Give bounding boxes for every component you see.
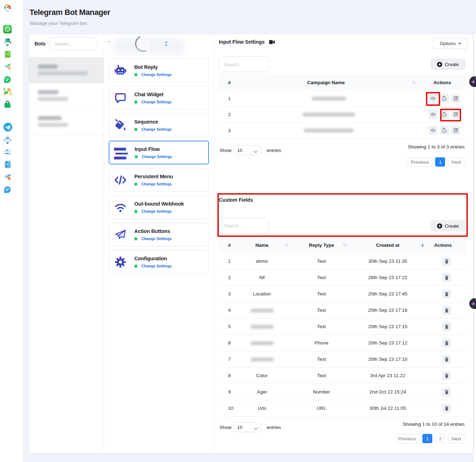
col-header-num[interactable]: # — [219, 80, 233, 85]
view-campaign-button[interactable] — [428, 94, 438, 103]
edit-pencil-square-icon — [453, 127, 459, 133]
bot-list-item[interactable] — [29, 83, 104, 109]
telegram-icon[interactable] — [3, 123, 12, 132]
edit-campaign-button[interactable] — [451, 94, 460, 103]
paper-plane-badge-blue-icon[interactable]: 1 — [3, 173, 12, 181]
module-card-input-flow[interactable]: Input Flow Change Settings — [109, 141, 209, 164]
delete-field-button[interactable] — [442, 257, 451, 266]
field-reply-type: Text — [288, 308, 355, 313]
flow-next-page-button[interactable]: Next — [448, 157, 465, 167]
module-card-outbound-webhook[interactable]: Out-bound Webhook Change Settings — [109, 195, 209, 219]
change-settings-link[interactable]: Change Settings — [141, 72, 172, 77]
sequence-icon — [113, 118, 128, 132]
change-settings-link[interactable]: Change Settings — [141, 127, 172, 131]
delete-field-button[interactable] — [442, 387, 451, 397]
input-flow-table-header: # Campaign Name Actions — [219, 74, 466, 91]
module-title: Persistent Menu — [134, 174, 173, 179]
options-button[interactable]: Options — [433, 38, 467, 49]
col-header-reply-type[interactable]: Reply Type — [288, 243, 355, 248]
export-campaign-button[interactable] — [440, 94, 449, 103]
custom-fields-page-size-select[interactable]: 10 — [233, 422, 261, 432]
custom-field-row: 5 Text 20th Sep 23 17:15 — [219, 319, 466, 335]
bot-name-blurred — [38, 90, 58, 94]
delete-field-button[interactable] — [442, 355, 451, 364]
field-name: Ager — [257, 389, 267, 395]
robot-blue-icon[interactable] — [3, 135, 12, 144]
delete-field-button[interactable] — [442, 338, 451, 348]
custom-fields-next-page-button[interactable]: Next — [448, 434, 465, 443]
export-campaign-button[interactable] — [440, 126, 449, 135]
delete-field-button[interactable] — [442, 322, 451, 331]
delete-field-button[interactable] — [442, 404, 451, 413]
module-card-sequence[interactable]: Sequence Change Settings — [109, 113, 209, 137]
section-title-custom-fields: Custom Fields — [219, 197, 466, 203]
module-card-action-buttons[interactable]: Action Buttons Change Settings — [109, 223, 209, 246]
flow-page-1-button[interactable]: 1 — [435, 157, 445, 167]
col-header-created-at[interactable]: Created at — [355, 243, 420, 248]
contact-book-blue-icon[interactable] — [3, 160, 12, 169]
edit-campaign-button[interactable] — [451, 110, 460, 119]
field-name: Color — [256, 373, 267, 378]
edit-pencil-square-icon — [453, 112, 459, 117]
scrollbar-track[interactable] — [474, 34, 476, 462]
bot-username-blurred — [38, 123, 68, 127]
chat-bubble-green-icon[interactable] — [3, 75, 12, 84]
bot-list-item-selected[interactable] — [29, 57, 104, 83]
chat-bubble-blue-icon[interactable] — [3, 185, 12, 194]
view-campaign-button[interactable] — [428, 126, 438, 135]
col-header-num[interactable]: # — [219, 243, 236, 248]
puzzle-hands-icon[interactable] — [3, 87, 12, 96]
edit-campaign-button[interactable] — [451, 126, 460, 135]
change-settings-link[interactable]: Change Settings — [141, 182, 172, 186]
trash-icon — [444, 259, 449, 264]
field-name: demo — [256, 259, 268, 264]
dashboard-speedometer-icon[interactable] — [3, 4, 12, 12]
module-card-configuration[interactable]: Configuration Change Settings — [109, 250, 209, 274]
custom-fields-page-2-button[interactable]: 2 — [435, 434, 445, 443]
delete-field-button[interactable] — [442, 289, 451, 299]
flow-search-input[interactable] — [219, 56, 269, 72]
row-number: 6 — [219, 340, 236, 346]
module-card-chat-widget[interactable]: Chat Widget Change Settings — [109, 86, 209, 110]
delete-field-button[interactable] — [442, 306, 451, 315]
flow-create-button[interactable]: Create — [430, 59, 466, 70]
bot-list-item[interactable] — [29, 109, 104, 135]
custom-fields-search-input[interactable] — [219, 218, 269, 234]
trash-icon — [444, 341, 449, 346]
file-export-icon — [442, 127, 447, 133]
custom-fields-page-1-button[interactable]: 1 — [422, 434, 432, 443]
custom-fields-previous-page-button[interactable]: Previous — [395, 434, 420, 443]
paper-plane-badge-green-icon[interactable]: 1 — [3, 62, 12, 71]
bots-panel: Bots — [29, 34, 104, 453]
robot-green-icon[interactable] — [3, 38, 12, 46]
change-settings-link[interactable]: Change Settings — [142, 154, 172, 159]
module-card-bot-reply[interactable]: Bot Reply Change Settings — [109, 59, 209, 82]
change-settings-link[interactable]: Change Settings — [141, 237, 172, 241]
contact-book-green-icon[interactable] — [3, 50, 12, 59]
bots-search-input[interactable] — [49, 37, 98, 50]
edit-pencil-square-icon — [453, 96, 459, 101]
custom-fields-create-button[interactable]: Create — [430, 220, 466, 232]
delete-field-button[interactable] — [442, 371, 451, 380]
module-title: Input Flow — [135, 146, 172, 152]
group-users-blue-icon[interactable] — [3, 148, 12, 156]
export-campaign-button[interactable] — [440, 110, 449, 119]
change-settings-link[interactable]: Change Settings — [141, 100, 172, 104]
module-title: Action Buttons — [134, 228, 172, 234]
module-card-persistent-menu[interactable]: Persistent Menu Change Settings — [109, 168, 209, 192]
col-header-name[interactable]: Name — [236, 243, 288, 248]
field-name-cell: Color — [236, 373, 288, 378]
field-created-at: 30th Sep 23 11:35 — [355, 259, 420, 264]
field-name-cell: Urls — [236, 406, 288, 411]
shopping-bag-icon[interactable] — [3, 100, 12, 108]
col-header-campaign-name[interactable]: Campaign Name — [233, 80, 419, 85]
view-campaign-button[interactable] — [428, 110, 438, 119]
section-title-input-flow-settings: Input Flow Settings — [219, 39, 275, 45]
field-name-cell: Ager — [236, 389, 288, 395]
change-settings-link[interactable]: Change Settings — [141, 264, 172, 268]
flow-page-size-select[interactable]: 10 — [233, 145, 261, 155]
flow-previous-page-button[interactable]: Previous — [407, 157, 433, 167]
change-settings-link[interactable]: Change Settings — [141, 209, 172, 213]
whatsapp-icon[interactable] — [3, 25, 12, 33]
delete-field-button[interactable] — [442, 273, 451, 282]
